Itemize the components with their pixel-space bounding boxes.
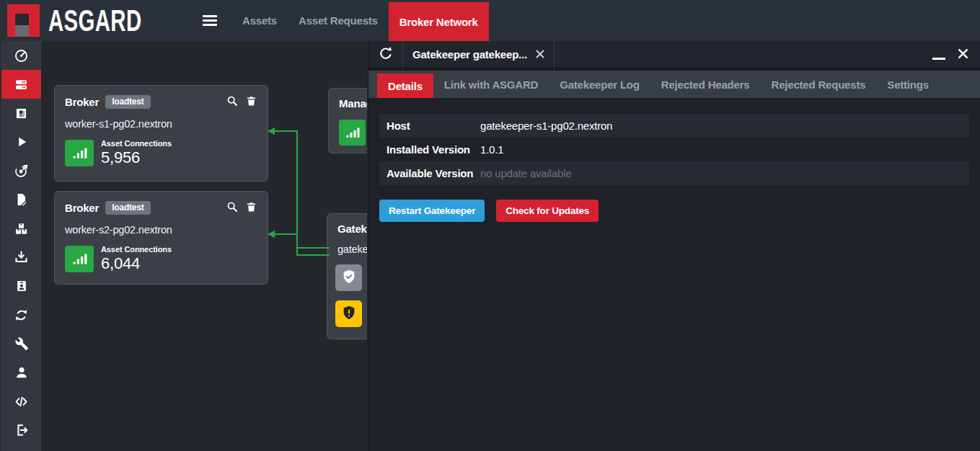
node-title: Manag xyxy=(339,97,367,110)
node-hostname: worker-s2-pg02.nextron xyxy=(55,215,268,236)
node-title: Broker xyxy=(65,96,99,108)
shield-exclamation-icon xyxy=(341,305,357,323)
app-title: ASGARD xyxy=(48,4,123,38)
nav-item-broker-network[interactable]: Broker Network xyxy=(389,2,489,41)
asgard-tile-icon xyxy=(14,106,29,121)
node-delete-button[interactable] xyxy=(245,200,257,215)
broker-node-worker-s1[interactable]: Broker loadtest worker-s1-pg02.nextron A… xyxy=(54,85,268,182)
metric-value: 6,044 xyxy=(101,254,172,273)
node-badge: loadtest xyxy=(105,201,150,215)
tab-gatekeeper-log[interactable]: Gatekeeper Log xyxy=(549,71,650,98)
id-card-icon xyxy=(14,279,29,293)
sidebar-item-playbooks[interactable] xyxy=(1,128,41,156)
metric-label: Asset Connections xyxy=(101,245,172,254)
broker-node-worker-s2[interactable]: Broker loadtest worker-s2-pg02.nextron A… xyxy=(54,191,268,285)
sidebar-item-reporting[interactable] xyxy=(1,185,41,214)
window-controls xyxy=(932,48,980,61)
logo-inner-gray-square xyxy=(15,25,29,36)
top-navigation: Assets Asset Requests Broker Network xyxy=(231,0,489,41)
node-delete-button[interactable] xyxy=(245,94,257,110)
boxes-icon xyxy=(14,221,29,236)
sidebar-item-api[interactable] xyxy=(1,387,41,416)
sidebar-item-services[interactable] xyxy=(1,214,41,243)
action-buttons: Restart Gatekeeper Check for Updates xyxy=(379,200,969,222)
management-node-partial[interactable]: Manag xyxy=(328,88,367,153)
sidebar-item-broker-network[interactable] xyxy=(1,70,41,99)
details-content: Host gatekeeper-s1-pg02.nextron Installe… xyxy=(368,98,980,222)
code-icon xyxy=(14,394,29,409)
servers-icon xyxy=(14,77,29,92)
sidebar-item-licenses[interactable] xyxy=(1,272,41,300)
chart-icon xyxy=(339,120,366,146)
restart-gatekeeper-button[interactable]: Restart Gatekeeper xyxy=(379,200,485,222)
scan-target-icon xyxy=(14,164,29,179)
detail-label: Installed Version xyxy=(387,143,480,156)
close-icon xyxy=(958,50,968,61)
node-search-button[interactable] xyxy=(226,94,239,110)
detail-value: gatekeeper-s1-pg02.nextron xyxy=(480,120,612,132)
gatekeeper-details-panel: Gatekeeper gatekeep... Details Link with… xyxy=(368,42,980,451)
refresh-button[interactable] xyxy=(368,46,402,63)
gatekeeper-warning-button[interactable] xyxy=(335,300,362,327)
user-icon xyxy=(14,365,29,380)
icon-sidebar xyxy=(0,41,41,451)
nav-item-asset-requests[interactable]: Asset Requests xyxy=(288,0,389,41)
broker-network-canvas[interactable]: Broker loadtest worker-s1-pg02.nextron A… xyxy=(41,41,367,451)
node-hostname: worker-s1-pg02.nextron xyxy=(55,110,268,130)
detail-label: Host xyxy=(387,120,480,132)
detail-row-installed-version: Installed Version 1.0.1 xyxy=(379,138,969,161)
sidebar-item-asgard[interactable] xyxy=(1,99,41,128)
menu-hamburger-icon[interactable] xyxy=(203,15,217,26)
sidebar-item-updates[interactable] xyxy=(1,300,41,329)
asset-connections-chart-icon xyxy=(65,140,94,166)
tab-settings[interactable]: Settings xyxy=(876,71,940,98)
asset-connections-chart-icon xyxy=(65,246,94,272)
download-icon xyxy=(14,250,29,265)
detail-row-available-version: Available Version no update available xyxy=(379,161,969,185)
refresh-icon xyxy=(378,46,393,63)
node-badge: loadtest xyxy=(105,95,150,109)
node-hostname: gateke xyxy=(327,235,367,255)
document-tab-title: Gatekeeper gatekeep... xyxy=(412,48,527,61)
asgard-logo-icon xyxy=(7,4,40,37)
minimize-icon xyxy=(932,58,945,60)
search-icon xyxy=(226,200,239,215)
metric-label: Asset Connections xyxy=(101,139,172,148)
sidebar-item-downloads[interactable] xyxy=(1,243,41,272)
detail-row-host: Host gatekeeper-s1-pg02.nextron xyxy=(379,114,969,138)
gatekeeper-status-button[interactable] xyxy=(335,264,362,291)
panel-tab-bar: Details Link with ASGARD Gatekeeper Log … xyxy=(368,71,980,98)
tab-link-with-asgard[interactable]: Link with ASGARD xyxy=(433,71,549,98)
check-for-updates-button[interactable]: Check for Updates xyxy=(496,200,599,222)
tab-close-icon[interactable] xyxy=(536,48,544,61)
nav-item-assets[interactable]: Assets xyxy=(231,0,288,41)
sign-out-icon xyxy=(14,423,29,437)
detail-value: 1.0.1 xyxy=(480,143,503,156)
node-search-button[interactable] xyxy=(226,200,239,215)
play-icon xyxy=(14,135,29,149)
search-icon xyxy=(226,94,239,110)
detail-label: Available Version xyxy=(387,167,480,179)
close-button[interactable] xyxy=(958,48,968,61)
document-tab[interactable]: Gatekeeper gatekeep... xyxy=(402,40,555,69)
sidebar-item-dashboard[interactable] xyxy=(1,41,41,70)
tab-details[interactable]: Details xyxy=(377,73,433,98)
panel-header: Gatekeeper gatekeep... xyxy=(368,42,980,71)
trash-icon xyxy=(245,200,257,215)
node-title: Gatek xyxy=(337,223,367,235)
tab-rejected-requests[interactable]: Rejected Requests xyxy=(761,71,877,98)
shield-check-icon xyxy=(341,269,357,287)
trash-icon xyxy=(245,94,257,110)
node-title: Broker xyxy=(65,202,99,214)
sidebar-item-users[interactable] xyxy=(1,358,41,387)
logo-text-wrap: ASGARD xyxy=(40,4,155,38)
sidebar-item-scan[interactable] xyxy=(1,156,41,185)
sidebar-item-logout[interactable] xyxy=(1,416,41,445)
file-edit-icon xyxy=(14,192,29,207)
sidebar-item-settings[interactable] xyxy=(1,329,41,358)
minimize-button[interactable] xyxy=(932,49,945,60)
tab-rejected-headers[interactable]: Rejected Headers xyxy=(650,71,761,98)
top-bar: ASGARD Assets Asset Requests Broker Netw… xyxy=(0,0,980,41)
gatekeeper-node-partial[interactable]: Gatek gateke xyxy=(327,213,367,339)
gauge-icon xyxy=(14,48,29,63)
